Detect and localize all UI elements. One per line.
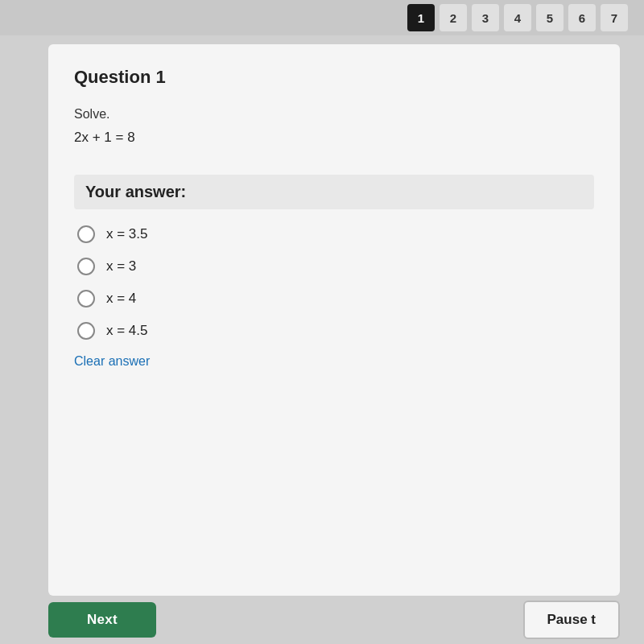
option-text-4: x = 4.5 [106,323,148,339]
radio-circle-2 [77,258,95,275]
radio-circle-1 [77,225,95,243]
pause-button[interactable]: Pause t [523,601,620,639]
top-navigation: 1234567 [0,0,644,35]
your-answer-label: Your answer: [85,183,186,200]
prompt-label: Solve. [74,107,594,122]
question-title: Question 1 [74,67,594,88]
equation: 2x + 1 = 8 [74,130,594,146]
next-button[interactable]: Next [48,602,156,638]
nav-num-6[interactable]: 6 [568,4,596,31]
nav-num-7[interactable]: 7 [601,4,628,31]
option-text-3: x = 4 [106,291,136,307]
radio-circle-4 [77,322,95,340]
option-text-2: x = 3 [106,258,136,275]
answer-option-3[interactable]: x = 4 [77,290,594,308]
nav-num-4[interactable]: 4 [504,4,531,31]
answer-option-4[interactable]: x = 4.5 [77,322,594,340]
option-text-1: x = 3.5 [106,226,148,242]
answer-option-2[interactable]: x = 3 [77,258,594,275]
nav-num-1[interactable]: 1 [407,4,435,31]
your-answer-section: Your answer: [74,175,594,209]
answer-options: x = 3.5x = 3x = 4x = 4.5 [77,225,594,340]
radio-circle-3 [77,290,95,308]
question-card: Question 1 Solve. 2x + 1 = 8 Your answer… [48,44,620,596]
nav-num-3[interactable]: 3 [472,4,499,31]
nav-num-5[interactable]: 5 [536,4,564,31]
nav-num-2[interactable]: 2 [440,4,467,31]
bottom-bar: Next Pause t [48,596,620,644]
answer-option-1[interactable]: x = 3.5 [77,225,594,243]
clear-answer-link[interactable]: Clear answer [74,354,150,369]
